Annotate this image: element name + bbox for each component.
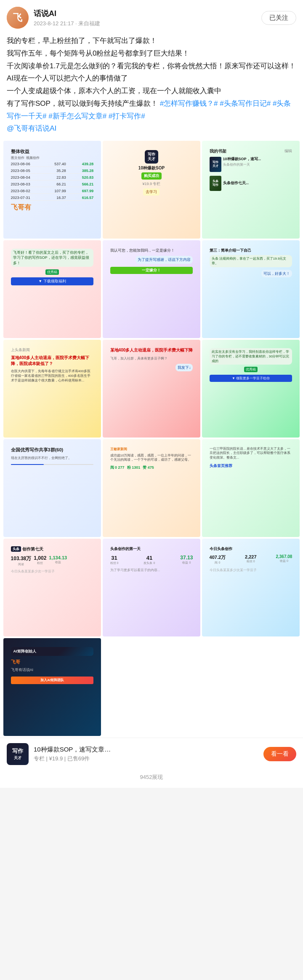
thumb-8-reply: 我发下↓	[175, 364, 193, 372]
post-header: 飞 话说AI 2023-8-12 21:17 · 来自福建 已关注	[0, 0, 303, 33]
thumbnail-6[interactable]: 第三：简单介绍一下自己 头条 法规帅帅的，拿在了一起东西，买了19.9元文章。 …	[202, 240, 300, 338]
thumb-11-body: 成功超10万阅读，感恩，感恩，一位上半年的问读，一个无法的阅读，一个下午的可读，…	[110, 454, 193, 462]
thumbnail-16[interactable]: AI矩阵创始人 飞哥 飞哥有话说AI 加入AI矩阵团队	[3, 638, 101, 736]
thumb-9-msg: 此实在太多没有去学习，我特别喜欢你这样专栏，学习了你的专栏，还不需要收集素材的，…	[210, 348, 292, 365]
content-line-5: 一个人变成超级个体，原本六个人的工资，现在一个人就能收入囊中	[7, 87, 221, 95]
thumb-5-msg: 我认可您，您能加我吗，一定是缘分！	[110, 248, 193, 253]
thumb-15-s1: 407.2万	[210, 554, 226, 561]
thumbnail-12[interactable]: 一位三甲医院的院长说，差在技术不意义大了太多，一旦把这的院长，主任职级多了，可以…	[202, 439, 300, 537]
thumbnail-3[interactable]: 我的书架 编辑 写作天才 10种爆款SOP，速写... 头条创作的第一天 头条写…	[202, 141, 300, 239]
product-icon-bottom: 天才	[14, 755, 21, 761]
thumb-14-title: 头条创作的第一天	[110, 546, 193, 552]
thumb-2-title: 10种爆款SOP	[138, 165, 165, 171]
product-icon-top: 写作	[12, 747, 23, 755]
thumb-1-title: 整体收益	[11, 148, 94, 154]
thumbnail-14[interactable]: 头条创作的第一天 31 粉丝 0 41 发头条 0 37.13 收益 0	[103, 539, 200, 636]
thumbnail-9[interactable]: 此实在太多没有去学习，我特别喜欢你这样专栏，学习了你的专栏，还不需要收集素材的，…	[202, 340, 300, 438]
thumb-6-title: 第三：简单介绍一下自己	[210, 248, 292, 253]
thumb-6-msg2: 可以，好多大！	[261, 270, 292, 278]
thumbnail-2[interactable]: 写作天才 10种爆款SOP 购买成功 ¥19.9 专栏 去学习	[103, 141, 200, 239]
hashtag-5[interactable]: #打卡写作#	[109, 112, 145, 120]
product-icon: 写作 天才	[7, 743, 29, 765]
thumbnail-10[interactable]: 全国优秀写作共享3群(60) 现在太厉害的很识不不行，全网拒绝了。	[3, 439, 101, 537]
avatar-letter: 飞	[13, 11, 22, 24]
content-line-2: 我写作五年，每个矩阵号从0粉丝起号都拿到了巨大结果！	[7, 49, 189, 57]
thumb-7-headline: 某地400多人主动退庙，医院手术费大幅下降，医院成本陡低了？	[11, 355, 94, 367]
thumbnail-15[interactable]: 今日头条创作 407.2万 阅 0 2,227 粉丝 0 2,367.08 收益…	[202, 539, 300, 636]
author-info: 飞 话说AI 2023-8-12 21:17 · 来自福建	[7, 7, 100, 29]
thumb-16-name: 飞哥	[11, 659, 94, 665]
thumb-3-book2: 头条创作七天...	[223, 181, 292, 186]
thumb-16-title: AI矩阵创始人	[11, 647, 94, 656]
hashtag-1[interactable]: #怎样写作赚钱？#	[160, 99, 218, 107]
thumb-8-body: 飞哥，加入社群，具体有更多豆子啊？	[110, 356, 193, 361]
follow-button[interactable]: 已关注	[261, 11, 296, 25]
thumb-6-msg1: 头条 法规帅帅的，拿在了一起东西，买了19.9元文章。	[210, 255, 292, 267]
thumb-4-msg: 飞哥好！看了你的某文之后，买了你的专栏，学习了你的写作SOP，还在学习，感觉获益…	[11, 249, 94, 267]
thumb-14-s3: 37.13	[180, 555, 193, 561]
thumb-10-body: 现在太厉害的很识不不行，全网拒绝了。	[11, 456, 94, 460]
product-name: 10种爆款SOP，速写文章…	[34, 746, 258, 754]
product-info: 10种爆款SOP，速写文章… 专栏 | ¥19.9 | 已售69件	[34, 746, 258, 763]
mention-1[interactable]: @飞哥有话说AI	[7, 124, 56, 132]
thumb-15-s2: 2,227	[245, 554, 257, 559]
thumb-5-reply: 为了提升写感谢，话说下方内容	[136, 256, 193, 264]
footer-count: 9452展现	[0, 770, 303, 783]
thumbnail-13[interactable]: 头条 创作第七天 103.38万 阅读 1,002 粉丝 1,134.13 收益	[3, 539, 101, 636]
thumb-16-subtitle: 飞哥有话说AI	[11, 667, 94, 673]
thumb-11-stats: 阅 0 277 粉 1301 赞 475	[110, 465, 193, 470]
post-meta: 2023-8-12 21:17 · 来自福建	[34, 20, 100, 27]
image-grid: 整体收益 图文创作 视频创作 2023-08-06537.40439.28 20…	[0, 141, 303, 736]
thumbnail-5[interactable]: 我认可您，您能加我吗，一定是缘分！ 为了提升写感谢，话说下方内容 一定缘分！	[103, 240, 200, 338]
thumb-16-cta: 加入AI矩阵团队	[40, 678, 64, 682]
thumb-12-extra: 头条首页推荐	[210, 463, 292, 469]
thumb-9-tag: 优秀稿	[244, 367, 258, 372]
thumb-13-views: 103.38万	[11, 555, 32, 562]
main-card: 飞 话说AI 2023-8-12 21:17 · 来自福建 已关注 我的专栏，早…	[0, 0, 303, 788]
thumb-7-body: 在医大内供需下，先每年各省疗规立法手术有400多医疗省镇一家名最省的三甲医院的医…	[11, 369, 94, 383]
thumb-3-edit[interactable]: 编辑	[284, 148, 292, 154]
thumb-2-price: ¥19.9 专栏	[142, 181, 160, 187]
thumb-14-sub: 为了学习更多可以看豆子的内容...	[110, 568, 193, 572]
thumb-11-source: 王敏家新闻	[110, 447, 193, 451]
content-line-3: 千次阅读单价1.7元是怎么做到的？看完我的专栏，你将会恍然大悟！原来写作还可以这…	[7, 62, 296, 70]
thumb-9-cta[interactable]: ▼ 领取更多一学豆子给你	[210, 375, 292, 382]
thumb-2-action[interactable]: 去学习	[143, 188, 159, 196]
thumbnail-7[interactable]: 上头条新闻 某地400多人主动退庙，医院手术费大幅下降，医院成本陡低了？ 在医大…	[3, 340, 101, 438]
avatar[interactable]: 飞	[7, 7, 29, 29]
thumb-15-title: 今日头条创作	[210, 546, 292, 552]
content-line-4: AI现在一个人可以把六个人的事情做了	[7, 74, 128, 82]
thumbnail-8[interactable]: 某地400多人主动退庙，医院手术费大幅下降 飞哥，加入社群，具体有更多豆子啊？ …	[103, 340, 200, 438]
content-line-1: 我的专栏，早上粉丝拍了，下午就写出了爆款！	[7, 37, 157, 45]
thumb-8-headline: 某地400多人主动退庙，医院手术费大幅下降	[110, 347, 193, 353]
thumb-14-s2: 41	[144, 555, 155, 561]
hashtag-2[interactable]: #头条写作日记#	[220, 99, 271, 107]
thumb-4-tag: 优秀稿	[45, 269, 59, 275]
thumbnail-11[interactable]: 王敏家新闻 成功超10万阅读，感恩，感恩，一位上半年的问读，一个无法的阅读，一个…	[103, 439, 200, 537]
product-cta-button[interactable]: 看一看	[263, 747, 296, 761]
content-line-6: 有了写作SOP，就可以做到每天持续产生爆款！	[7, 99, 158, 107]
product-meta: 专栏 | ¥19.9 | 已售69件	[34, 755, 258, 763]
product-bar: 写作 天才 10种爆款SOP，速写文章… 专栏 | ¥19.9 | 已售69件 …	[0, 738, 303, 770]
hashtag-4[interactable]: #新手怎么写文章#	[48, 112, 106, 120]
thumbnail-1[interactable]: 整体收益 图文创作 视频创作 2023-08-06537.40439.28 20…	[3, 141, 101, 239]
thumb-10-title: 全国优秀写作共享3群(60)	[11, 447, 94, 453]
thumb-13-title: 创作第七天	[22, 546, 43, 552]
author-details: 话说AI 2023-8-12 21:17 · 来自福建	[34, 8, 100, 27]
thumb-14-s1: 31	[110, 555, 119, 561]
thumb-15-s3: 2,367.08	[276, 554, 292, 559]
author-name[interactable]: 话说AI	[34, 8, 100, 19]
thumb-3-title: 我的书架	[210, 148, 226, 154]
thumb-15-footer: 今日头条某某多少次某一学豆子	[210, 568, 292, 572]
avatar-image: 飞	[7, 7, 29, 29]
post-content: 我的专栏，早上粉丝拍了，下午就写出了爆款！ 我写作五年，每个矩阵号从0粉丝起号都…	[0, 33, 303, 141]
thumb-13-fans: 1,002	[34, 555, 46, 561]
thumb-4-cta[interactable]: ▼ 下载领取福利	[11, 277, 94, 285]
thumbnail-4[interactable]: 飞哥好！看了你的某文之后，买了你的专栏，学习了你的写作SOP，还在学习，感觉获益…	[3, 240, 101, 338]
thumb-1-sub2: 视频创作	[26, 156, 40, 160]
thumb-13-footer: 今日头条某某多少次一学豆子	[11, 569, 94, 574]
thumb-1-sub1: 图文创作	[11, 156, 24, 160]
thumb-12-body: 一位三甲医院的院长说，差在技术不意义大了太多，一旦把这的院长，主任职级多了，可以…	[210, 447, 292, 460]
thumb-3-book: 10种爆款SOP，速写...	[223, 157, 292, 162]
thumb-7-source: 上头条新闻	[11, 347, 94, 353]
